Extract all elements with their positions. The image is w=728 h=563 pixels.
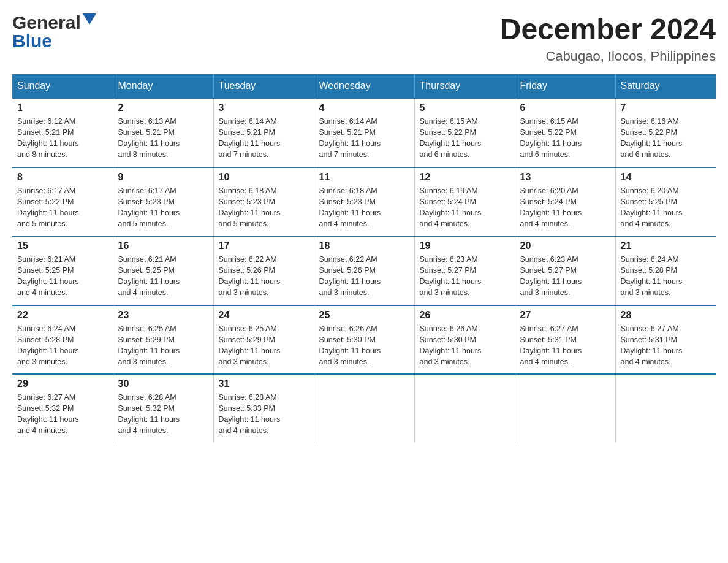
week-row-4: 22 Sunrise: 6:24 AM Sunset: 5:28 PM Dayl…: [12, 305, 716, 375]
day-cell: 27 Sunrise: 6:27 AM Sunset: 5:31 PM Dayl…: [515, 305, 615, 375]
svg-marker-0: [83, 13, 96, 25]
day-number: 14: [621, 172, 711, 183]
day-number: 27: [520, 310, 610, 321]
day-cell: 12 Sunrise: 6:19 AM Sunset: 5:24 PM Dayl…: [414, 167, 515, 237]
day-number: 12: [420, 172, 510, 183]
day-cell: 13 Sunrise: 6:20 AM Sunset: 5:24 PM Dayl…: [515, 167, 615, 237]
day-cell: 19 Sunrise: 6:23 AM Sunset: 5:27 PM Dayl…: [414, 236, 515, 305]
day-number: 5: [420, 102, 510, 113]
day-info: Sunrise: 6:15 AM Sunset: 5:22 PM Dayligh…: [520, 116, 610, 161]
day-cell: [314, 374, 414, 443]
day-info: Sunrise: 6:28 AM Sunset: 5:33 PM Dayligh…: [219, 392, 309, 437]
day-info: Sunrise: 6:27 AM Sunset: 5:32 PM Dayligh…: [17, 392, 108, 437]
day-cell: 21 Sunrise: 6:24 AM Sunset: 5:28 PM Dayl…: [615, 236, 716, 305]
day-cell: 8 Sunrise: 6:17 AM Sunset: 5:22 PM Dayli…: [12, 167, 113, 237]
day-cell: 6 Sunrise: 6:15 AM Sunset: 5:22 PM Dayli…: [515, 98, 615, 167]
day-cell: 28 Sunrise: 6:27 AM Sunset: 5:31 PM Dayl…: [615, 305, 716, 375]
day-number: 28: [621, 310, 711, 321]
day-number: 19: [420, 240, 510, 251]
day-cell: 24 Sunrise: 6:25 AM Sunset: 5:29 PM Dayl…: [213, 305, 314, 375]
day-info: Sunrise: 6:25 AM Sunset: 5:29 PM Dayligh…: [118, 323, 208, 368]
day-info: Sunrise: 6:19 AM Sunset: 5:24 PM Dayligh…: [420, 185, 510, 230]
day-number: 25: [319, 310, 409, 321]
day-cell: 22 Sunrise: 6:24 AM Sunset: 5:28 PM Dayl…: [12, 305, 113, 375]
day-number: 16: [118, 240, 208, 251]
day-cell: 4 Sunrise: 6:14 AM Sunset: 5:21 PM Dayli…: [314, 98, 414, 167]
day-info: Sunrise: 6:18 AM Sunset: 5:23 PM Dayligh…: [319, 185, 409, 230]
day-number: 17: [219, 240, 309, 251]
day-cell: 30 Sunrise: 6:28 AM Sunset: 5:32 PM Dayl…: [113, 374, 213, 443]
day-info: Sunrise: 6:16 AM Sunset: 5:22 PM Dayligh…: [621, 116, 711, 161]
day-info: Sunrise: 6:20 AM Sunset: 5:24 PM Dayligh…: [520, 185, 610, 230]
header-sunday: Sunday: [12, 74, 113, 98]
day-number: 11: [319, 172, 409, 183]
day-info: Sunrise: 6:23 AM Sunset: 5:27 PM Dayligh…: [520, 254, 610, 299]
day-info: Sunrise: 6:28 AM Sunset: 5:32 PM Dayligh…: [118, 392, 208, 437]
day-cell: [615, 374, 716, 443]
week-row-2: 8 Sunrise: 6:17 AM Sunset: 5:22 PM Dayli…: [12, 167, 716, 237]
day-number: 2: [118, 102, 208, 113]
day-cell: 26 Sunrise: 6:26 AM Sunset: 5:30 PM Dayl…: [414, 305, 515, 375]
month-title: December 2024: [500, 12, 716, 46]
day-info: Sunrise: 6:13 AM Sunset: 5:21 PM Dayligh…: [118, 116, 208, 161]
day-cell: [414, 374, 515, 443]
day-cell: 31 Sunrise: 6:28 AM Sunset: 5:33 PM Dayl…: [213, 374, 314, 443]
day-cell: 10 Sunrise: 6:18 AM Sunset: 5:23 PM Dayl…: [213, 167, 314, 237]
day-info: Sunrise: 6:15 AM Sunset: 5:22 PM Dayligh…: [420, 116, 510, 161]
day-cell: 29 Sunrise: 6:27 AM Sunset: 5:32 PM Dayl…: [12, 374, 113, 443]
day-info: Sunrise: 6:21 AM Sunset: 5:25 PM Dayligh…: [17, 254, 108, 299]
day-cell: 20 Sunrise: 6:23 AM Sunset: 5:27 PM Dayl…: [515, 236, 615, 305]
day-cell: 25 Sunrise: 6:26 AM Sunset: 5:30 PM Dayl…: [314, 305, 414, 375]
day-cell: 7 Sunrise: 6:16 AM Sunset: 5:22 PM Dayli…: [615, 98, 716, 167]
header-thursday: Thursday: [414, 74, 515, 98]
day-info: Sunrise: 6:23 AM Sunset: 5:27 PM Dayligh…: [420, 254, 510, 299]
day-info: Sunrise: 6:26 AM Sunset: 5:30 PM Dayligh…: [319, 323, 409, 368]
day-info: Sunrise: 6:14 AM Sunset: 5:21 PM Dayligh…: [319, 116, 409, 161]
day-cell: 15 Sunrise: 6:21 AM Sunset: 5:25 PM Dayl…: [12, 236, 113, 305]
logo-general: General: [12, 12, 81, 33]
day-number: 4: [319, 102, 409, 113]
day-info: Sunrise: 6:26 AM Sunset: 5:30 PM Dayligh…: [420, 323, 510, 368]
day-cell: 1 Sunrise: 6:12 AM Sunset: 5:21 PM Dayli…: [12, 98, 113, 167]
header-wednesday: Wednesday: [314, 74, 414, 98]
day-info: Sunrise: 6:18 AM Sunset: 5:23 PM Dayligh…: [219, 185, 309, 230]
logo-blue: Blue: [12, 31, 52, 51]
day-cell: 9 Sunrise: 6:17 AM Sunset: 5:23 PM Dayli…: [113, 167, 213, 237]
day-number: 30: [118, 378, 208, 389]
day-info: Sunrise: 6:27 AM Sunset: 5:31 PM Dayligh…: [621, 323, 711, 368]
title-area: December 2024 Cabugao, Ilocos, Philippin…: [500, 12, 716, 64]
header-tuesday: Tuesday: [213, 74, 314, 98]
day-number: 18: [319, 240, 409, 251]
week-row-5: 29 Sunrise: 6:27 AM Sunset: 5:32 PM Dayl…: [12, 374, 716, 443]
day-number: 15: [17, 240, 108, 251]
day-number: 9: [118, 172, 208, 183]
logo: General Blue: [12, 12, 96, 52]
header-saturday: Saturday: [615, 74, 716, 98]
day-info: Sunrise: 6:25 AM Sunset: 5:29 PM Dayligh…: [219, 323, 309, 368]
day-cell: 14 Sunrise: 6:20 AM Sunset: 5:25 PM Dayl…: [615, 167, 716, 237]
day-cell: 5 Sunrise: 6:15 AM Sunset: 5:22 PM Dayli…: [414, 98, 515, 167]
day-number: 10: [219, 172, 309, 183]
day-number: 1: [17, 102, 108, 113]
day-number: 24: [219, 310, 309, 321]
day-cell: 17 Sunrise: 6:22 AM Sunset: 5:26 PM Dayl…: [213, 236, 314, 305]
day-info: Sunrise: 6:24 AM Sunset: 5:28 PM Dayligh…: [621, 254, 711, 299]
day-info: Sunrise: 6:27 AM Sunset: 5:31 PM Dayligh…: [520, 323, 610, 368]
day-cell: 18 Sunrise: 6:22 AM Sunset: 5:26 PM Dayl…: [314, 236, 414, 305]
day-cell: 2 Sunrise: 6:13 AM Sunset: 5:21 PM Dayli…: [113, 98, 213, 167]
day-number: 26: [420, 310, 510, 321]
header-friday: Friday: [515, 74, 615, 98]
header-monday: Monday: [113, 74, 213, 98]
day-info: Sunrise: 6:22 AM Sunset: 5:26 PM Dayligh…: [219, 254, 309, 299]
day-cell: 3 Sunrise: 6:14 AM Sunset: 5:21 PM Dayli…: [213, 98, 314, 167]
day-number: 31: [219, 378, 309, 389]
day-info: Sunrise: 6:21 AM Sunset: 5:25 PM Dayligh…: [118, 254, 208, 299]
day-cell: 11 Sunrise: 6:18 AM Sunset: 5:23 PM Dayl…: [314, 167, 414, 237]
day-info: Sunrise: 6:17 AM Sunset: 5:22 PM Dayligh…: [17, 185, 108, 230]
day-number: 6: [520, 102, 610, 113]
day-info: Sunrise: 6:22 AM Sunset: 5:26 PM Dayligh…: [319, 254, 409, 299]
header: General Blue December 2024 Cabugao, Iloc…: [12, 12, 716, 64]
day-info: Sunrise: 6:20 AM Sunset: 5:25 PM Dayligh…: [621, 185, 711, 230]
day-info: Sunrise: 6:12 AM Sunset: 5:21 PM Dayligh…: [17, 116, 108, 161]
calendar-table: SundayMondayTuesdayWednesdayThursdayFrid…: [12, 74, 716, 443]
